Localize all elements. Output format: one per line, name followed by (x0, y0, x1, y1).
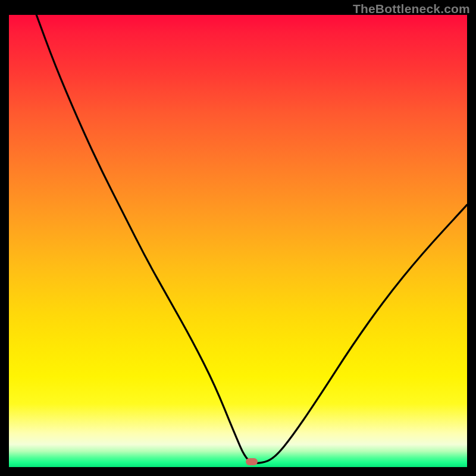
optimal-marker (246, 458, 258, 465)
plot-area (9, 15, 467, 467)
bottleneck-curve (9, 15, 467, 467)
watermark-text: TheBottleneck.com (353, 2, 470, 16)
chart-stage: TheBottleneck.com (0, 0, 476, 476)
